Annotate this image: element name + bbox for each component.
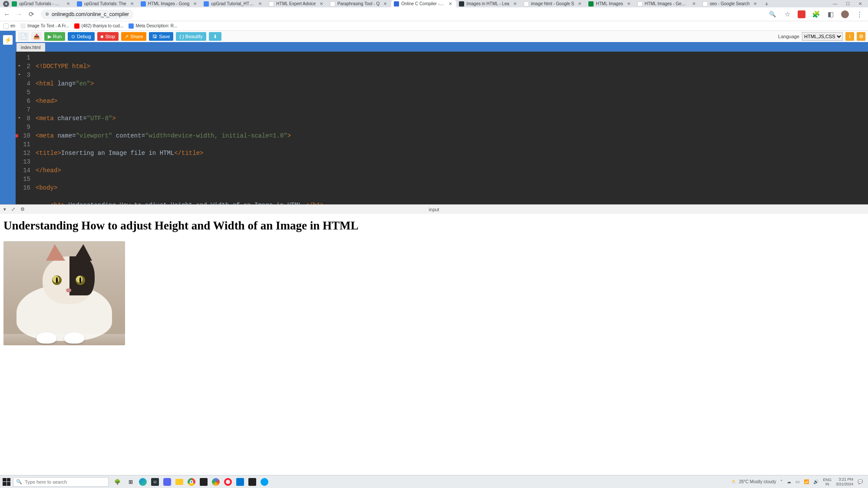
bookmark-youtube[interactable]: (482) thaniya to cud...: [74, 23, 123, 29]
task-view-icon[interactable]: ⊞: [126, 477, 135, 487]
info-button[interactable]: i: [845, 32, 854, 41]
tab-close-icon[interactable]: ✕: [753, 1, 757, 6]
chrome-menu-icon[interactable]: ⋮: [855, 10, 864, 18]
task-app-5[interactable]: [260, 477, 269, 487]
back-button[interactable]: ←: [3, 10, 11, 18]
tab-close-icon[interactable]: ✕: [692, 1, 696, 6]
url-text: onlinegdb.com/online_c_compiler: [52, 11, 129, 17]
weather-widget[interactable]: ⛅ 26°C Mostly cloudy: [732, 479, 776, 484]
browser-tab-6[interactable]: Online C Compiler - on✕: [391, 0, 456, 7]
browser-tab-1[interactable]: upGrad Tutorials: The✕: [74, 0, 138, 7]
tab-close-icon[interactable]: ✕: [258, 1, 262, 6]
task-app-1[interactable]: U: [150, 477, 160, 487]
task-tree-icon[interactable]: 🌳: [111, 477, 123, 487]
share-button[interactable]: ↗ Share: [121, 32, 146, 41]
onlinegdb-logo[interactable]: ⚡: [3, 35, 13, 45]
profile-avatar[interactable]: [841, 10, 849, 18]
bookmark-google-en[interactable]: en: [3, 23, 15, 29]
stop-button[interactable]: ■ Stop: [97, 32, 119, 41]
tab-favicon: [703, 1, 708, 7]
tab-title: upGrad Tutorial_HTML: [211, 1, 254, 6]
tray-language[interactable]: ENG IN: [823, 478, 832, 486]
language-select[interactable]: HTML,JS,CSS: [802, 32, 843, 41]
settings-button[interactable]: ⚙: [857, 32, 865, 41]
new-file-button[interactable]: 📄: [18, 32, 29, 41]
start-button[interactable]: [3, 478, 10, 486]
tab-favicon: [141, 1, 146, 7]
task-chrome[interactable]: [187, 477, 196, 487]
beautify-button[interactable]: { } Beautify: [176, 32, 206, 41]
task-opera[interactable]: [223, 477, 233, 487]
task-explorer[interactable]: [175, 477, 184, 487]
browser-tab-4[interactable]: HTML Expert Advice✕: [266, 0, 327, 7]
browser-tab-7[interactable]: Images in HTML - Lea✕: [456, 0, 521, 7]
expand-io-icon[interactable]: ⤢: [11, 206, 15, 212]
site-info-icon[interactable]: ⚙: [45, 12, 49, 16]
bookmark-meta-description[interactable]: Meta Description: R...: [129, 23, 177, 29]
zoom-icon[interactable]: 🔍: [768, 11, 777, 17]
tab-close-icon[interactable]: ✕: [66, 1, 70, 6]
task-vscode[interactable]: [235, 477, 245, 487]
url-box[interactable]: ⚙ onlinegdb.com/online_c_compiler: [41, 10, 133, 19]
browser-tab-10[interactable]: HTML Images - Geeks✕: [635, 0, 700, 7]
run-button[interactable]: ▶ Run: [44, 32, 65, 41]
tray-clock[interactable]: 3:21 PM 3/21/2024: [836, 477, 853, 487]
tab-favicon: [459, 1, 464, 7]
code-editor[interactable]: 12▸3▸45678▸910111213141516 <!DOCTYPE htm…: [16, 52, 868, 204]
tray-battery-icon[interactable]: ▭: [795, 479, 799, 484]
io-bar: ▾ ⤢ ⚙ input: [0, 204, 868, 214]
file-tab-index[interactable]: index.html: [17, 43, 45, 52]
task-app-4[interactable]: [248, 477, 257, 487]
task-app-3[interactable]: [211, 477, 221, 487]
save-button[interactable]: 🖫 Save: [149, 32, 173, 41]
new-tab-button[interactable]: +: [765, 0, 768, 7]
tab-close-icon[interactable]: ✕: [130, 1, 134, 6]
extension-icon-1[interactable]: [798, 10, 805, 18]
bookmark-image-to-text[interactable]: Image To Text - A Fr...: [20, 23, 69, 29]
task-edge[interactable]: [138, 477, 148, 487]
io-settings-icon[interactable]: ⚙: [20, 206, 25, 212]
tray-volume-icon[interactable]: 🔊: [813, 479, 818, 484]
browser-tab-9[interactable]: HTML Images✕: [586, 0, 634, 7]
tab-close-icon[interactable]: ✕: [320, 1, 323, 6]
browser-tab-8[interactable]: image html - Google S✕: [521, 0, 586, 7]
tab-favicon: [394, 1, 399, 7]
collapse-io-icon[interactable]: ▾: [3, 206, 6, 212]
tab-favicon: [77, 1, 82, 7]
browser-tab-5[interactable]: Paraphrasing Tool - Q✕: [327, 0, 391, 7]
bookmark-star-icon[interactable]: ☆: [783, 10, 792, 18]
forward-button[interactable]: →: [15, 10, 23, 18]
task-app-2[interactable]: [199, 477, 208, 487]
tab-title: Images in HTML - Lea: [466, 1, 509, 6]
reload-button[interactable]: ⟳: [27, 10, 36, 18]
tab-close-icon[interactable]: ✕: [627, 1, 630, 6]
browser-tab-2[interactable]: HTML Images - Goog✕: [138, 0, 201, 7]
tray-onedrive-icon[interactable]: ☁: [787, 479, 791, 484]
close-window-button[interactable]: ✕: [858, 1, 862, 6]
side-panel-icon[interactable]: ◧: [826, 10, 835, 18]
browser-tab-0[interactable]: upGrad Tutorials - Goo✕: [9, 0, 74, 7]
minimize-button[interactable]: —: [833, 1, 837, 6]
tab-close-icon[interactable]: ✕: [193, 1, 197, 6]
tab-close-icon[interactable]: ✕: [449, 1, 452, 6]
task-discord[interactable]: [162, 477, 172, 487]
tray-notifications-icon[interactable]: 💬: [858, 479, 863, 484]
tab-close-icon[interactable]: ✕: [383, 1, 387, 6]
taskbar-search[interactable]: 🔍 Type here to search: [13, 477, 109, 487]
tab-close-icon[interactable]: ✕: [578, 1, 581, 6]
tray-wifi-icon[interactable]: 📶: [804, 479, 809, 484]
tab-close-icon[interactable]: ✕: [513, 1, 517, 6]
browser-tab-11[interactable]: seo - Google Search✕: [700, 0, 762, 7]
tab-search-dropdown[interactable]: ▾: [3, 1, 9, 7]
extensions-icon[interactable]: 🧩: [812, 10, 820, 18]
tab-title: HTML Images - Geeks: [645, 1, 688, 6]
upload-button[interactable]: 📤: [31, 32, 42, 41]
download-code-button[interactable]: ⬇: [209, 32, 221, 41]
breakpoint-marker[interactable]: [16, 134, 18, 138]
code-content[interactable]: <!DOCTYPE html> <html lang="en"> <head> …: [33, 52, 627, 204]
tray-chevron-icon[interactable]: ˄: [780, 479, 782, 484]
debug-button[interactable]: ⊙ Debug: [68, 32, 94, 41]
browser-tab-3[interactable]: upGrad Tutorial_HTML✕: [201, 0, 266, 7]
weather-icon: ⛅: [732, 479, 737, 484]
maximize-button[interactable]: ☐: [846, 1, 850, 6]
